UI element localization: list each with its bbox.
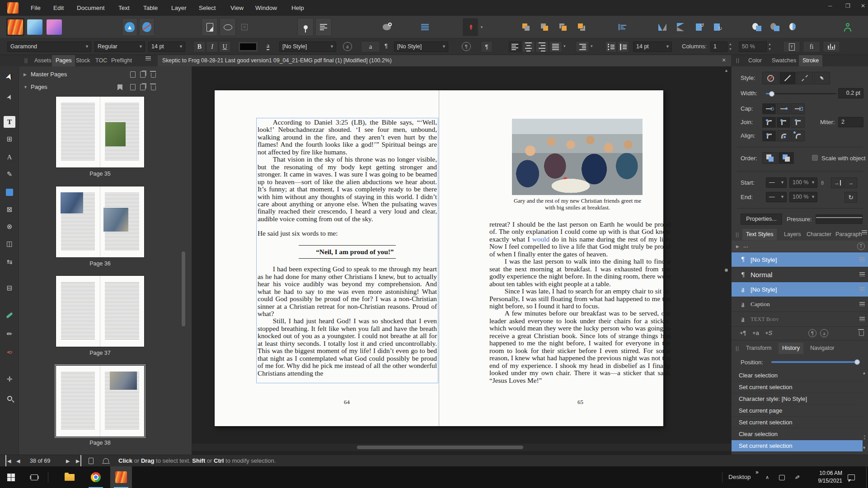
cap-square-button[interactable] <box>791 103 805 114</box>
history-item[interactable]: Clear selection <box>732 428 863 440</box>
artistic-text-tool[interactable]: A <box>4 151 15 163</box>
tab-navigator[interactable]: Navigator <box>807 343 838 354</box>
align-center-button[interactable] <box>522 41 535 52</box>
tab-transform[interactable]: Transform <box>742 343 775 354</box>
baseline-grid-button[interactable] <box>823 41 840 52</box>
stroke-behind-button[interactable] <box>762 152 778 164</box>
menu-edit[interactable]: Edit <box>51 0 66 16</box>
join-round-button[interactable] <box>762 117 776 128</box>
start-percent-combo[interactable]: 100 %▼ <box>789 177 817 188</box>
history-item-selected[interactable]: Set current selection <box>732 440 863 452</box>
notifications-bell-icon[interactable] <box>103 458 109 463</box>
chrome-button[interactable] <box>85 466 107 488</box>
no-hyphen-button[interactable] <box>139 18 155 36</box>
file-explorer-button[interactable] <box>59 466 80 488</box>
detach-character-icon[interactable]: a <box>820 329 828 337</box>
crop-tool[interactable]: ⊟ <box>4 282 15 294</box>
leading-combo[interactable]: 14 pt▼ <box>633 42 672 52</box>
account-button[interactable] <box>839 18 857 36</box>
row-menu-icon[interactable] <box>859 302 865 306</box>
style-row-no-style-para[interactable]: ¶ [No Style] <box>732 252 868 267</box>
forward-one-button[interactable] <box>554 18 572 36</box>
move-to-front-button[interactable] <box>572 18 591 36</box>
history-item[interactable]: Character style: [No Style] <box>732 393 863 405</box>
style-row-normal[interactable]: ¶ Normal <box>732 267 868 282</box>
breakfast-photo[interactable] <box>512 119 643 195</box>
pilcrow-icon[interactable]: ¶ <box>385 42 388 49</box>
font-size-combo[interactable]: 14 pt▼ <box>148 42 185 52</box>
previous-page-button[interactable]: ◀ <box>16 455 20 467</box>
document-tab[interactable]: Skeptic to Frog 08-28-21 Last good versi… <box>158 55 731 66</box>
styles-menu-icon[interactable] <box>862 230 867 234</box>
delete-page-icon[interactable] <box>151 73 156 78</box>
bullet-list-button[interactable] <box>605 41 617 52</box>
history-scroll-up-icon[interactable]: ▲ <box>862 371 866 375</box>
char-rotate-icon[interactable]: a <box>343 42 352 51</box>
align-justify-button[interactable] <box>549 41 562 52</box>
menu-window[interactable]: Window <box>253 0 280 16</box>
stroke-front-button[interactable] <box>779 152 794 164</box>
designer-persona-button[interactable] <box>26 18 44 36</box>
last-page-button[interactable]: ▶ <box>76 455 81 467</box>
photo-persona-button[interactable] <box>45 18 63 36</box>
row-menu-icon[interactable] <box>859 257 865 261</box>
align-left-button[interactable] <box>508 41 521 52</box>
menu-document[interactable]: Document <box>74 0 108 16</box>
clock[interactable]: 10:06 AM 9/15/2021 <box>808 469 842 485</box>
hyperlink-word[interactable]: would <box>532 235 549 243</box>
rotate-cw-button[interactable]: ↻ <box>708 18 726 36</box>
delete-page-icon[interactable] <box>151 85 156 90</box>
action-center-button[interactable] <box>848 466 855 488</box>
page-thumbnail-37[interactable] <box>56 276 144 347</box>
row-menu-icon[interactable] <box>859 317 865 321</box>
styles-panel-grip[interactable] <box>736 232 738 237</box>
add-page-icon[interactable] <box>130 84 136 90</box>
tab-layers[interactable]: Layers <box>780 229 805 240</box>
menu-view[interactable]: View <box>228 0 246 16</box>
rotate-ccw-button[interactable]: ↺ <box>690 18 708 36</box>
picture-frame-tool[interactable]: ⊠ <box>4 204 15 215</box>
width-slider[interactable] <box>766 93 836 94</box>
tab-history[interactable]: History <box>779 343 803 354</box>
style-row-no-style-char[interactable]: a [No Style] <box>732 282 868 297</box>
zoom-input[interactable]: 50 % <box>739 42 767 52</box>
vector-brush-tool[interactable] <box>4 309 15 321</box>
swap-start-button[interactable]: → <box>831 177 844 188</box>
show-desktop-sliver[interactable] <box>866 466 868 488</box>
text-circle-icon[interactable]: T <box>857 242 865 250</box>
page-tool-button[interactable] <box>202 18 218 36</box>
close-icon[interactable]: ✕ <box>861 3 865 9</box>
master-pages-header[interactable]: ▶ Master Pages <box>19 69 192 80</box>
width-slider-knob[interactable] <box>769 91 774 97</box>
move-to-back-button[interactable] <box>517 18 535 36</box>
scale-checkbox[interactable] <box>812 155 818 161</box>
tab-color[interactable]: Color <box>745 55 765 66</box>
duplicate-page-icon[interactable] <box>140 84 145 90</box>
pin-tool-button[interactable] <box>297 18 314 36</box>
stroke-none-button[interactable] <box>762 72 779 84</box>
affinity-publisher-button[interactable] <box>110 466 132 488</box>
tab-assets[interactable]: Assets <box>31 55 55 66</box>
align-center-stroke-button[interactable] <box>762 130 776 141</box>
menu-table[interactable]: Table <box>141 0 160 16</box>
bold-button[interactable]: B <box>193 41 206 52</box>
publisher-persona-button[interactable] <box>6 18 24 36</box>
properties-button[interactable]: Properties... <box>741 214 782 225</box>
styles-search-row[interactable]: ▶ ... T <box>732 241 868 252</box>
stroke-solid-button[interactable] <box>779 72 796 84</box>
page-thumbnail-label[interactable]: Page 35 <box>56 171 144 177</box>
restore-icon[interactable]: ❐ <box>845 3 850 9</box>
rotation-lock-icon[interactable] <box>779 466 785 488</box>
miter-input[interactable]: 2 <box>838 117 863 127</box>
boolean-intersect-button[interactable] <box>784 18 802 36</box>
end-percent-combo[interactable]: 100 %▼ <box>789 192 817 202</box>
task-view-button[interactable] <box>23 466 45 488</box>
join-miter-button[interactable] <box>791 117 805 128</box>
row-menu-icon[interactable] <box>859 272 865 276</box>
tab-character[interactable]: Character <box>803 229 835 240</box>
indent-button[interactable] <box>576 41 589 52</box>
align-caret-icon[interactable]: ▾ <box>563 44 566 48</box>
autoflow-up-button[interactable]: ▲ <box>122 18 137 36</box>
italic-button[interactable]: I <box>206 41 218 52</box>
tab-stock[interactable]: Stock <box>72 55 94 66</box>
